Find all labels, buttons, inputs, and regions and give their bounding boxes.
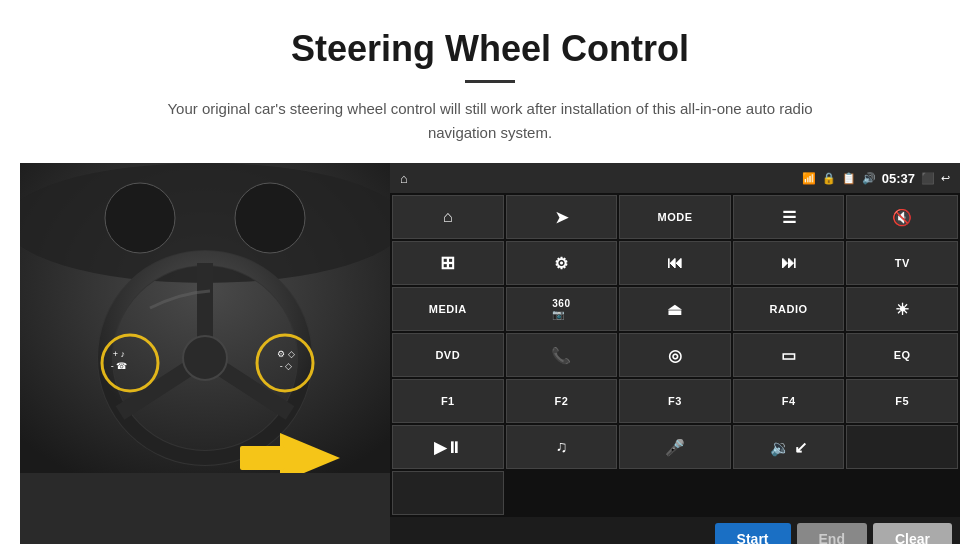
btn-list[interactable]: ☰ — [733, 195, 845, 239]
btn-tv[interactable]: TV — [846, 241, 958, 285]
svg-text:+ ♪: + ♪ — [113, 349, 125, 359]
btn-f3[interactable]: F3 — [619, 379, 731, 423]
status-time: 05:37 — [882, 171, 915, 186]
btn-cam360[interactable]: 360📷 — [506, 287, 618, 331]
screen-icon: ⬛ — [921, 172, 935, 185]
svg-point-2 — [105, 183, 175, 253]
btn-volphone[interactable]: 🔉 ↙ — [733, 425, 845, 469]
btn-f2[interactable]: F2 — [506, 379, 618, 423]
action-bar: Start End Clear — [390, 517, 960, 544]
svg-text:- ☎: - ☎ — [111, 361, 128, 371]
content-area: + ♪ - ☎ ⚙ ◇ - ◇ ⌂ 📶 🔒 — [0, 163, 980, 544]
btn-playpause[interactable]: ▶⏸ — [392, 425, 504, 469]
wifi-icon: 📶 — [802, 172, 816, 185]
btn-empty1 — [846, 425, 958, 469]
btn-nav[interactable]: ➤ — [506, 195, 618, 239]
car-image: + ♪ - ☎ ⚙ ◇ - ◇ — [20, 163, 390, 544]
btn-radio[interactable]: RADIO — [733, 287, 845, 331]
status-right: 📶 🔒 📋 🔊 05:37 ⬛ ↩ — [802, 171, 950, 186]
start-button[interactable]: Start — [715, 523, 791, 544]
lock-icon: 🔒 — [822, 172, 836, 185]
control-panel: ⌂ 📶 🔒 📋 🔊 05:37 ⬛ ↩ ⌂ ➤ MODE ☰ — [390, 163, 960, 544]
btn-f4[interactable]: F4 — [733, 379, 845, 423]
svg-point-9 — [183, 336, 227, 380]
btn-f5[interactable]: F5 — [846, 379, 958, 423]
btn-sat[interactable]: ◎ — [619, 333, 731, 377]
status-left: ⌂ — [400, 171, 408, 186]
btn-empty2 — [392, 471, 504, 515]
btn-prev[interactable]: ⏮ — [619, 241, 731, 285]
svg-point-3 — [235, 183, 305, 253]
btn-dvd[interactable]: DVD — [392, 333, 504, 377]
title-divider — [465, 80, 515, 83]
svg-text:- ◇: - ◇ — [280, 361, 293, 371]
btn-screen[interactable]: ▭ — [733, 333, 845, 377]
clear-button[interactable]: Clear — [873, 523, 952, 544]
button-grid: ⌂ ➤ MODE ☰ 🔇 ⊞ ⚙ ⏮ ⏭ TV MEDIA 360📷 ⏏ RAD… — [390, 193, 960, 517]
btn-settings[interactable]: ⚙ — [506, 241, 618, 285]
page-wrapper: Steering Wheel Control Your original car… — [0, 0, 980, 544]
btn-bright[interactable]: ☀ — [846, 287, 958, 331]
home-status-icon: ⌂ — [400, 171, 408, 186]
svg-text:⚙ ◇: ⚙ ◇ — [277, 349, 295, 359]
back-icon: ↩ — [941, 172, 950, 185]
bt-icon: 🔊 — [862, 172, 876, 185]
end-button[interactable]: End — [797, 523, 867, 544]
btn-next[interactable]: ⏭ — [733, 241, 845, 285]
page-title: Steering Wheel Control — [40, 28, 940, 70]
btn-eq[interactable]: EQ — [846, 333, 958, 377]
status-bar: ⌂ 📶 🔒 📋 🔊 05:37 ⬛ ↩ — [390, 163, 960, 193]
btn-phone[interactable]: 📞 — [506, 333, 618, 377]
btn-eject[interactable]: ⏏ — [619, 287, 731, 331]
btn-home[interactable]: ⌂ — [392, 195, 504, 239]
subtitle-text: Your original car's steering wheel contr… — [150, 97, 830, 145]
btn-music[interactable]: ♫ — [506, 425, 618, 469]
btn-apps[interactable]: ⊞ — [392, 241, 504, 285]
sim-icon: 📋 — [842, 172, 856, 185]
btn-mode[interactable]: MODE — [619, 195, 731, 239]
btn-f1[interactable]: F1 — [392, 379, 504, 423]
btn-media[interactable]: MEDIA — [392, 287, 504, 331]
btn-mute[interactable]: 🔇 — [846, 195, 958, 239]
steering-wheel-svg: + ♪ - ☎ ⚙ ◇ - ◇ — [20, 163, 390, 473]
btn-mic[interactable]: 🎤 — [619, 425, 731, 469]
header-section: Steering Wheel Control Your original car… — [0, 0, 980, 163]
svg-rect-17 — [240, 446, 285, 470]
